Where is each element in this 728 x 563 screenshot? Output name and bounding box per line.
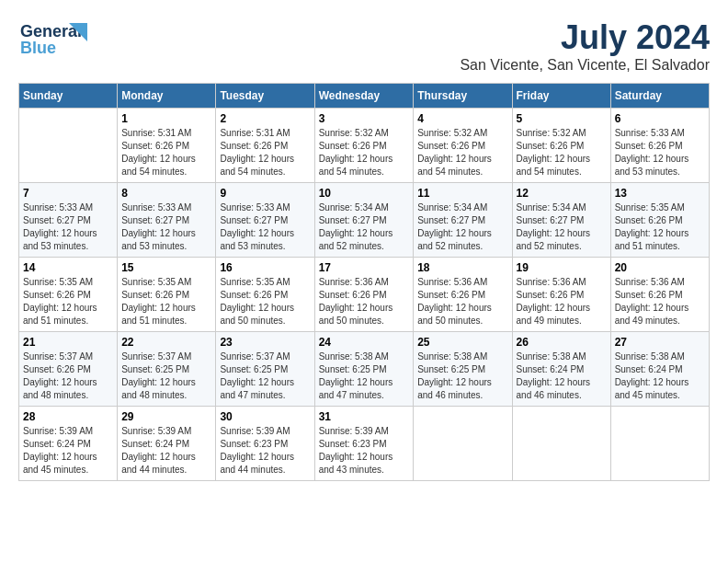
calendar-cell: 10Sunrise: 5:34 AM Sunset: 6:27 PM Dayli… — [314, 183, 414, 258]
day-info: Sunrise: 5:38 AM Sunset: 6:24 PM Dayligh… — [517, 350, 607, 402]
calendar-cell — [512, 407, 610, 481]
day-info: Sunrise: 5:35 AM Sunset: 6:26 PM Dayligh… — [220, 276, 310, 327]
day-info: Sunrise: 5:33 AM Sunset: 6:27 PM Dayligh… — [220, 201, 310, 253]
calendar-week-2: 7Sunrise: 5:33 AM Sunset: 6:27 PM Daylig… — [19, 183, 710, 258]
calendar-cell: 7Sunrise: 5:33 AM Sunset: 6:27 PM Daylig… — [19, 183, 118, 258]
day-number: 25 — [417, 336, 507, 349]
day-info: Sunrise: 5:39 AM Sunset: 6:23 PM Dayligh… — [319, 425, 410, 477]
day-info: Sunrise: 5:36 AM Sunset: 6:26 PM Dayligh… — [319, 276, 410, 327]
day-info: Sunrise: 5:32 AM Sunset: 6:26 PM Dayligh… — [417, 127, 507, 178]
day-number: 17 — [319, 261, 410, 274]
calendar-cell: 12Sunrise: 5:34 AM Sunset: 6:27 PM Dayli… — [512, 183, 610, 258]
day-info: Sunrise: 5:31 AM Sunset: 6:26 PM Dayligh… — [220, 127, 310, 178]
calendar-week-1: 1Sunrise: 5:31 AM Sunset: 6:26 PM Daylig… — [19, 109, 710, 183]
calendar-cell: 6Sunrise: 5:33 AM Sunset: 6:26 PM Daylig… — [610, 109, 709, 183]
calendar-cell: 20Sunrise: 5:36 AM Sunset: 6:26 PM Dayli… — [610, 258, 709, 332]
calendar-cell: 2Sunrise: 5:31 AM Sunset: 6:26 PM Daylig… — [216, 109, 314, 183]
day-number: 22 — [121, 336, 211, 349]
calendar-week-5: 28Sunrise: 5:39 AM Sunset: 6:24 PM Dayli… — [19, 407, 710, 481]
day-number: 5 — [517, 112, 607, 125]
day-info: Sunrise: 5:35 AM Sunset: 6:26 PM Dayligh… — [615, 201, 705, 253]
day-info: Sunrise: 5:36 AM Sunset: 6:26 PM Dayligh… — [517, 276, 607, 327]
main-title: July 2024 — [460, 18, 710, 57]
day-info: Sunrise: 5:39 AM Sunset: 6:24 PM Dayligh… — [121, 425, 211, 477]
day-info: Sunrise: 5:33 AM Sunset: 6:26 PM Dayligh… — [615, 127, 705, 178]
calendar-week-3: 14Sunrise: 5:35 AM Sunset: 6:26 PM Dayli… — [19, 258, 710, 332]
header: GeneralBlue July 2024 San Vicente, San V… — [18, 18, 710, 74]
calendar-cell — [610, 407, 709, 481]
subtitle: San Vicente, San Vicente, El Salvador — [460, 57, 710, 74]
day-number: 9 — [220, 187, 310, 200]
svg-text:Blue: Blue — [20, 39, 56, 57]
header-saturday: Saturday — [610, 84, 709, 109]
day-number: 18 — [417, 261, 507, 274]
calendar-cell: 13Sunrise: 5:35 AM Sunset: 6:26 PM Dayli… — [610, 183, 709, 258]
calendar-cell: 14Sunrise: 5:35 AM Sunset: 6:26 PM Dayli… — [19, 258, 118, 332]
day-info: Sunrise: 5:35 AM Sunset: 6:26 PM Dayligh… — [23, 276, 113, 327]
day-info: Sunrise: 5:38 AM Sunset: 6:25 PM Dayligh… — [417, 350, 507, 402]
logo: GeneralBlue — [18, 18, 92, 60]
calendar-cell: 23Sunrise: 5:37 AM Sunset: 6:25 PM Dayli… — [216, 332, 314, 407]
day-info: Sunrise: 5:34 AM Sunset: 6:27 PM Dayligh… — [319, 201, 410, 253]
day-number: 20 — [615, 261, 705, 274]
day-info: Sunrise: 5:39 AM Sunset: 6:24 PM Dayligh… — [23, 425, 113, 477]
calendar-cell: 1Sunrise: 5:31 AM Sunset: 6:26 PM Daylig… — [118, 109, 216, 183]
header-thursday: Thursday — [414, 84, 512, 109]
day-number: 1 — [121, 112, 211, 125]
day-number: 31 — [319, 410, 410, 423]
header-tuesday: Tuesday — [216, 84, 314, 109]
calendar-cell: 31Sunrise: 5:39 AM Sunset: 6:23 PM Dayli… — [314, 407, 414, 481]
calendar-cell: 24Sunrise: 5:38 AM Sunset: 6:25 PM Dayli… — [314, 332, 414, 407]
calendar-cell: 8Sunrise: 5:33 AM Sunset: 6:27 PM Daylig… — [118, 183, 216, 258]
day-number: 15 — [121, 261, 211, 274]
day-info: Sunrise: 5:38 AM Sunset: 6:24 PM Dayligh… — [615, 350, 705, 402]
day-info: Sunrise: 5:38 AM Sunset: 6:25 PM Dayligh… — [319, 350, 410, 402]
day-info: Sunrise: 5:36 AM Sunset: 6:26 PM Dayligh… — [615, 276, 705, 327]
day-number: 21 — [23, 336, 113, 349]
day-number: 10 — [319, 187, 410, 200]
day-number: 24 — [319, 336, 410, 349]
calendar-cell: 3Sunrise: 5:32 AM Sunset: 6:26 PM Daylig… — [314, 109, 414, 183]
day-info: Sunrise: 5:34 AM Sunset: 6:27 PM Dayligh… — [417, 201, 507, 253]
day-number: 28 — [23, 410, 113, 423]
day-number: 30 — [220, 410, 310, 423]
calendar-cell: 5Sunrise: 5:32 AM Sunset: 6:26 PM Daylig… — [512, 109, 610, 183]
day-info: Sunrise: 5:37 AM Sunset: 6:25 PM Dayligh… — [220, 350, 310, 402]
calendar-week-4: 21Sunrise: 5:37 AM Sunset: 6:26 PM Dayli… — [19, 332, 710, 407]
calendar-cell: 11Sunrise: 5:34 AM Sunset: 6:27 PM Dayli… — [414, 183, 512, 258]
day-info: Sunrise: 5:32 AM Sunset: 6:26 PM Dayligh… — [517, 127, 607, 178]
title-section: July 2024 San Vicente, San Vicente, El S… — [460, 18, 710, 74]
calendar-cell: 21Sunrise: 5:37 AM Sunset: 6:26 PM Dayli… — [19, 332, 118, 407]
day-number: 26 — [517, 336, 607, 349]
calendar-cell: 16Sunrise: 5:35 AM Sunset: 6:26 PM Dayli… — [216, 258, 314, 332]
calendar-cell: 30Sunrise: 5:39 AM Sunset: 6:23 PM Dayli… — [216, 407, 314, 481]
calendar-header-row: SundayMondayTuesdayWednesdayThursdayFrid… — [19, 84, 710, 109]
day-number: 16 — [220, 261, 310, 274]
header-wednesday: Wednesday — [314, 84, 414, 109]
day-info: Sunrise: 5:39 AM Sunset: 6:23 PM Dayligh… — [220, 425, 310, 477]
day-number: 11 — [417, 187, 507, 200]
day-info: Sunrise: 5:35 AM Sunset: 6:26 PM Dayligh… — [121, 276, 211, 327]
calendar-cell: 17Sunrise: 5:36 AM Sunset: 6:26 PM Dayli… — [314, 258, 414, 332]
logo-icon: GeneralBlue — [18, 18, 92, 60]
day-number: 29 — [121, 410, 211, 423]
calendar-cell: 19Sunrise: 5:36 AM Sunset: 6:26 PM Dayli… — [512, 258, 610, 332]
calendar-cell: 27Sunrise: 5:38 AM Sunset: 6:24 PM Dayli… — [610, 332, 709, 407]
header-monday: Monday — [118, 84, 216, 109]
day-number: 4 — [417, 112, 507, 125]
calendar-cell: 15Sunrise: 5:35 AM Sunset: 6:26 PM Dayli… — [118, 258, 216, 332]
day-info: Sunrise: 5:37 AM Sunset: 6:26 PM Dayligh… — [23, 350, 113, 402]
day-info: Sunrise: 5:31 AM Sunset: 6:26 PM Dayligh… — [121, 127, 211, 178]
day-number: 14 — [23, 261, 113, 274]
calendar-cell: 26Sunrise: 5:38 AM Sunset: 6:24 PM Dayli… — [512, 332, 610, 407]
day-number: 12 — [517, 187, 607, 200]
day-info: Sunrise: 5:32 AM Sunset: 6:26 PM Dayligh… — [319, 127, 410, 178]
header-sunday: Sunday — [19, 84, 118, 109]
calendar: SundayMondayTuesdayWednesdayThursdayFrid… — [18, 83, 710, 481]
day-number: 7 — [23, 187, 113, 200]
day-number: 27 — [615, 336, 705, 349]
calendar-cell: 4Sunrise: 5:32 AM Sunset: 6:26 PM Daylig… — [414, 109, 512, 183]
day-info: Sunrise: 5:37 AM Sunset: 6:25 PM Dayligh… — [121, 350, 211, 402]
calendar-cell: 18Sunrise: 5:36 AM Sunset: 6:26 PM Dayli… — [414, 258, 512, 332]
calendar-cell — [414, 407, 512, 481]
